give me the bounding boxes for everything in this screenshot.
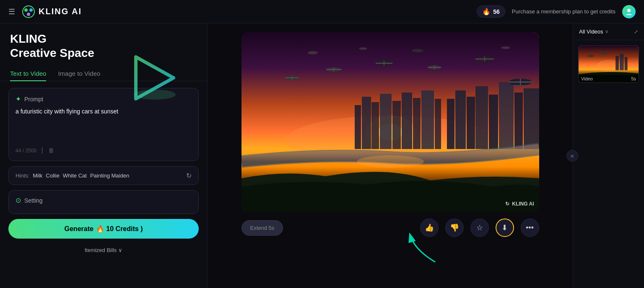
svg-point-59 <box>600 52 607 54</box>
svg-rect-18 <box>524 88 539 149</box>
svg-rect-24 <box>402 93 412 149</box>
hint-milk[interactable]: Milk <box>33 172 42 179</box>
right-panel-header: All Videos ∨ ⤢ <box>573 23 644 40</box>
svg-point-46 <box>412 49 423 52</box>
char-count: 44 / 2500 <box>16 148 38 154</box>
svg-point-58 <box>588 54 595 57</box>
prompt-textarea[interactable]: a futuristic city with flying cars at su… <box>16 108 192 141</box>
itemized-bills: Itemized Bills ∨ <box>8 244 199 257</box>
logo-text: KLING AI <box>39 7 82 16</box>
svg-rect-23 <box>392 101 401 149</box>
user-avatar[interactable] <box>622 5 636 18</box>
delete-icon[interactable]: 🗑 <box>48 147 54 154</box>
kling-refresh-icon: ↻ <box>505 201 509 207</box>
svg-point-1 <box>24 8 28 12</box>
more-icon: ••• <box>526 224 534 232</box>
menu-icon[interactable]: ☰ <box>8 7 15 16</box>
logo: KLING AI <box>22 5 82 18</box>
star-button[interactable]: ☆ <box>470 219 489 237</box>
download-icon: ⬇ <box>501 223 508 232</box>
video-scene <box>242 32 539 212</box>
prompt-footer: 44 / 2500 | 🗑 <box>16 147 192 154</box>
watermark: ↻ KLING AI <box>505 201 534 207</box>
fire-btn-icon: 🔥 10 Credits ) <box>96 225 143 233</box>
svg-rect-57 <box>625 57 628 70</box>
svg-rect-19 <box>355 105 361 149</box>
tab-text-to-video[interactable]: Text to Video <box>10 67 46 81</box>
dislike-button[interactable]: 👎 <box>445 219 464 237</box>
svg-rect-14 <box>475 86 488 149</box>
fire-icon: 🔥 <box>482 8 491 15</box>
generate-button[interactable]: Generate 🔥 10 Credits ) <box>8 219 199 239</box>
svg-rect-27 <box>435 99 441 149</box>
setting-icon: ⊙ <box>16 196 21 204</box>
right-panel: « All Videos ∨ ⤢ <box>573 23 644 288</box>
video-thumbnail[interactable]: Video 5s <box>578 45 639 83</box>
hint-white-cat[interactable]: White Cat <box>63 172 87 179</box>
svg-rect-12 <box>455 90 466 149</box>
hints-row: Hints: Milk Collie White Cat Painting Ma… <box>8 166 199 185</box>
svg-point-45 <box>359 47 367 50</box>
download-button[interactable]: ⬇ <box>496 219 514 237</box>
dislike-icon: 👎 <box>450 223 459 232</box>
svg-rect-25 <box>413 98 421 149</box>
credits-count: 56 <box>493 8 500 15</box>
like-button[interactable]: 👍 <box>420 219 439 237</box>
hero-section: KLING Creative Space <box>0 23 207 60</box>
svg-rect-20 <box>362 97 371 149</box>
itemized-bills-btn[interactable]: Itemized Bills ∨ <box>8 247 199 253</box>
svg-point-28 <box>357 155 424 168</box>
watermark-text: KLING AI <box>512 201 534 207</box>
svg-rect-16 <box>499 82 514 149</box>
svg-rect-26 <box>421 90 434 149</box>
video-player[interactable]: ↻ KLING AI <box>242 32 539 212</box>
star-icon: ☆ <box>476 223 483 232</box>
collapse-button[interactable]: « <box>566 150 578 162</box>
svg-rect-55 <box>615 56 619 70</box>
svg-rect-13 <box>467 97 475 149</box>
all-videos-button[interactable]: All Videos ∨ <box>579 28 608 35</box>
svg-point-3 <box>27 13 30 16</box>
play-decoration <box>127 53 182 105</box>
video-controls: Extend 5s 👍 👎 ☆ ⬇ ••• <box>242 219 539 237</box>
svg-rect-22 <box>380 94 392 149</box>
setting-box: ⊙ Setting <box>8 190 199 214</box>
svg-rect-17 <box>514 93 523 149</box>
video-area: ↻ KLING AI Extend 5s 👍 👎 ☆ ⬇ ••• <box>208 23 573 288</box>
logo-icon <box>22 5 35 18</box>
svg-rect-11 <box>447 99 454 149</box>
svg-rect-21 <box>371 102 379 149</box>
extend-button[interactable]: Extend 5s <box>242 220 283 236</box>
expand-icon[interactable]: ⤢ <box>634 29 638 35</box>
svg-point-4 <box>627 9 631 12</box>
svg-point-47 <box>501 46 510 49</box>
svg-point-44 <box>308 51 318 54</box>
hint-collie[interactable]: Collie <box>46 172 60 179</box>
like-icon: 👍 <box>425 223 434 232</box>
form-area: ✦ Prompt a futuristic city with flying c… <box>0 81 207 288</box>
svg-rect-56 <box>620 54 624 70</box>
main-content: KLING Creative Space <box>0 23 644 288</box>
thumbnail-footer: Video 5s <box>579 75 639 82</box>
video-container: ↻ KLING AI <box>242 32 539 212</box>
setting-label: ⊙ Setting <box>16 196 192 204</box>
refresh-icon[interactable]: ↻ <box>186 172 192 180</box>
credits-badge[interactable]: 🔥 56 <box>477 5 505 18</box>
svg-rect-15 <box>489 95 498 149</box>
sun-icon: ✦ <box>16 95 21 103</box>
purchase-link[interactable]: Purchase a membership plan to get credit… <box>512 8 615 15</box>
svg-point-2 <box>29 8 33 12</box>
hint-painting-maiden[interactable]: Painting Maiden <box>90 172 129 179</box>
sidebar: KLING Creative Space <box>0 23 208 288</box>
header: ☰ KLING AI 🔥 56 Purchase a membership pl… <box>0 0 644 23</box>
tab-image-to-video[interactable]: Image to Video <box>58 67 100 81</box>
more-button[interactable]: ••• <box>521 219 539 237</box>
svg-point-6 <box>134 90 176 100</box>
